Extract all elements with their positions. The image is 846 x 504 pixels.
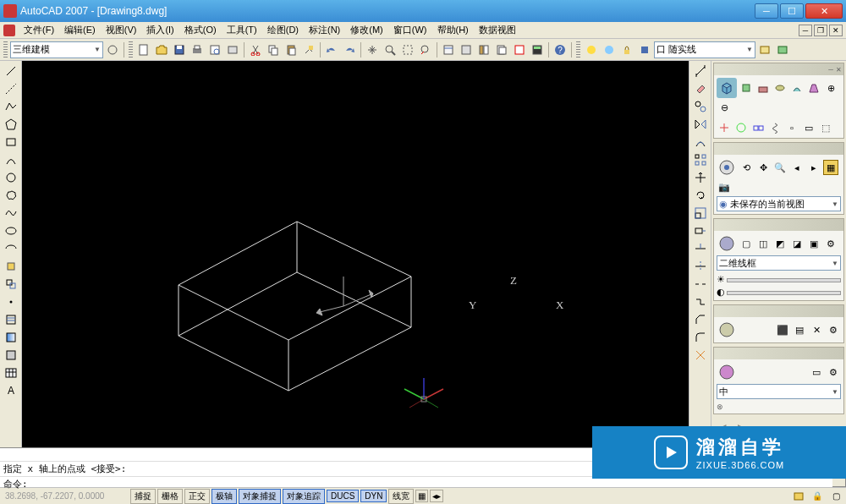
layer-on-button[interactable] xyxy=(583,41,600,58)
pan-button[interactable] xyxy=(364,41,381,58)
polyline-button[interactable] xyxy=(3,98,19,115)
visual-style-icon[interactable] xyxy=(717,233,737,254)
construction-line-button[interactable] xyxy=(3,80,19,97)
3d-align-icon[interactable] xyxy=(750,120,766,135)
scale-button[interactable] xyxy=(692,205,709,222)
menu-window[interactable]: 窗口(W) xyxy=(388,22,432,38)
chamfer-button[interactable] xyxy=(692,311,709,328)
view-icon[interactable] xyxy=(717,157,737,178)
orbit-icon[interactable]: ⟲ xyxy=(739,160,754,175)
properties-button[interactable] xyxy=(440,41,457,58)
spline-button[interactable] xyxy=(3,205,19,222)
menu-help[interactable]: 帮助(H) xyxy=(432,22,474,38)
panel-close-icon[interactable]: ✕ xyxy=(836,66,842,74)
coordinate-display[interactable]: 38.2698, -67.2207, 0.0000 xyxy=(2,491,129,501)
workspace-settings-button[interactable] xyxy=(104,41,121,58)
trim-button[interactable] xyxy=(692,240,709,257)
menu-dimension[interactable]: 标注(N) xyxy=(304,22,345,38)
layer-lock-button[interactable] xyxy=(618,41,635,58)
menu-format[interactable]: 格式(O) xyxy=(179,22,222,38)
redo-button[interactable] xyxy=(341,41,358,58)
rotate-button[interactable] xyxy=(692,187,709,204)
layer-freeze-button[interactable] xyxy=(601,41,618,58)
render-icon[interactable] xyxy=(717,362,737,382)
point-button[interactable] xyxy=(3,293,19,310)
menu-dataview[interactable]: 数据视图 xyxy=(474,22,521,38)
expand-icon[interactable]: ⊗ xyxy=(717,403,723,411)
menu-draw[interactable]: 绘图(D) xyxy=(262,22,304,38)
panel-close-icon[interactable]: ─ xyxy=(828,66,833,74)
polygon-button[interactable] xyxy=(3,116,19,133)
comm-center-icon[interactable] xyxy=(790,488,807,505)
dyn-toggle[interactable]: DYN xyxy=(360,490,387,502)
print-preview-button[interactable] xyxy=(206,41,223,58)
vs-realistic-icon[interactable]: ◪ xyxy=(789,236,805,251)
explode-button[interactable] xyxy=(692,347,709,364)
break-button[interactable] xyxy=(692,276,709,293)
revision-cloud-button[interactable] xyxy=(3,187,19,204)
render-crop-icon[interactable]: ▭ xyxy=(809,364,824,380)
maximize-button[interactable]: ☐ xyxy=(780,3,804,19)
ortho-toggle[interactable]: 正交 xyxy=(184,489,210,504)
attach-material-icon[interactable]: ⬛ xyxy=(775,322,790,337)
polysolid-icon[interactable]: ▫ xyxy=(784,120,799,135)
arc-button[interactable] xyxy=(3,151,19,168)
layout-toggle[interactable]: ◂▸ xyxy=(430,490,443,502)
tool-palette-button[interactable] xyxy=(475,41,492,58)
markup-button[interactable] xyxy=(511,41,528,58)
menu-file[interactable]: 文件(F) xyxy=(19,22,59,38)
material-manager-icon[interactable]: ⚙ xyxy=(826,322,841,337)
menu-modify[interactable]: 修改(M) xyxy=(345,22,388,38)
snap-toggle[interactable]: 捕捉 xyxy=(130,489,156,504)
layer-dropdown[interactable]: 口 随实线 ▼ xyxy=(654,41,755,58)
child-close-button[interactable]: ✕ xyxy=(829,25,843,36)
make-block-button[interactable] xyxy=(3,276,19,293)
distance-button[interactable] xyxy=(692,63,709,79)
region-button[interactable] xyxy=(3,347,19,364)
brightness-slider[interactable] xyxy=(727,278,841,282)
camera-icon[interactable]: 📷 xyxy=(717,179,732,194)
join-button[interactable] xyxy=(692,293,709,310)
otrack-toggle[interactable]: 对象追踪 xyxy=(283,489,325,504)
paste-button[interactable] xyxy=(283,41,299,58)
minimize-button[interactable]: ─ xyxy=(755,3,778,19)
loft-icon[interactable] xyxy=(806,80,821,96)
vs-3d-icon[interactable]: ◫ xyxy=(755,236,771,251)
subtract-icon[interactable]: ⊖ xyxy=(717,100,732,115)
help-button[interactable]: ? xyxy=(552,41,569,58)
vs-conceptual-icon[interactable]: ▣ xyxy=(806,236,821,251)
pan-icon[interactable]: ✥ xyxy=(755,160,771,175)
zoom-icon[interactable]: 🔍 xyxy=(772,160,788,175)
extrude-icon[interactable] xyxy=(739,80,754,96)
quickcalc-button[interactable] xyxy=(529,41,546,58)
presspull-icon[interactable] xyxy=(755,80,771,96)
sweep-icon[interactable] xyxy=(789,80,805,96)
menu-edit[interactable]: 编辑(E) xyxy=(59,22,101,38)
cut-button[interactable] xyxy=(247,41,264,58)
erase-button[interactable] xyxy=(692,80,709,97)
lweight-toggle[interactable]: 线宽 xyxy=(388,489,414,504)
undo-button[interactable] xyxy=(323,41,340,58)
union-icon[interactable]: ⊕ xyxy=(823,80,838,96)
material-browser-icon[interactable]: ▤ xyxy=(792,322,807,337)
contrast-slider[interactable] xyxy=(727,291,841,295)
layer-manager-button[interactable] xyxy=(756,41,773,58)
child-minimize-button[interactable]: ─ xyxy=(799,25,812,36)
rectangle-button[interactable] xyxy=(3,134,19,151)
toolbar-grip[interactable] xyxy=(129,41,133,58)
lock-ui-icon[interactable]: 🔒 xyxy=(809,488,826,505)
vs-manage-icon[interactable]: ⚙ xyxy=(823,236,838,251)
menu-tools[interactable]: 工具(T) xyxy=(222,22,262,38)
mtext-button[interactable]: A xyxy=(3,382,19,399)
view-state-dropdown[interactable]: ◉ 未保存的当前视图 ▼ xyxy=(717,196,841,211)
osnap-toggle[interactable]: 对象捕捉 xyxy=(239,489,281,504)
zoom-previous-button[interactable] xyxy=(417,41,434,58)
open-button[interactable] xyxy=(153,41,170,58)
move-button[interactable] xyxy=(692,169,709,186)
ellipse-button[interactable] xyxy=(3,222,19,239)
copy-object-button[interactable] xyxy=(692,98,709,115)
match-button[interactable] xyxy=(300,41,317,58)
sheet-set-button[interactable] xyxy=(493,41,510,58)
mirror-button[interactable] xyxy=(692,116,709,133)
toolbar-grip[interactable] xyxy=(3,41,8,58)
